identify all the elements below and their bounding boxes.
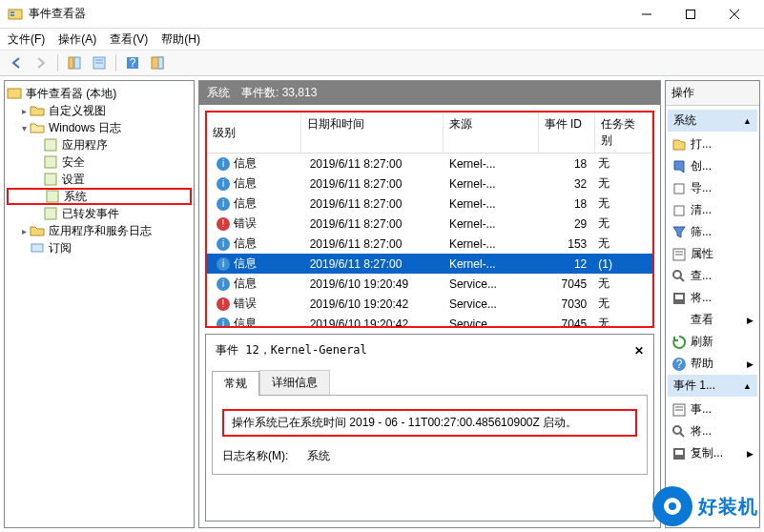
col-level[interactable]: 级别 [207,113,301,153]
tree-custom-views[interactable]: 自定义视图 [49,103,106,119]
cell-level: 信息 [234,256,257,272]
show-tree-button[interactable] [64,52,85,73]
cell-eventid: 7045 [537,277,593,291]
action-item[interactable]: 将... [668,420,757,442]
action-item[interactable]: 事... [668,399,757,420]
folder-icon [30,223,45,238]
table-row[interactable]: !错误2019/6/11 8:27:00Kernel-...29无 [207,214,652,234]
action-group-label: 事件 1... [673,378,715,394]
detail-message: 操作系统已在系统时间 ‎2019‎ - ‎06‎ - ‎11T00:27:00.… [222,409,637,437]
properties-button[interactable] [89,52,110,73]
menu-file[interactable]: 文件(F) [8,31,45,48]
tree-application[interactable]: 应用程序 [62,137,108,153]
tab-details[interactable]: 详细信息 [259,370,330,395]
cell-task: 无 [592,175,649,192]
forward-button[interactable] [31,52,52,73]
table-row[interactable]: i信息2019/6/11 8:27:00Kernel-...153无 [207,234,652,254]
action-icon: ? [671,357,687,372]
action-item[interactable]: 刷新 [668,331,757,353]
cell-eventid: 7045 [537,317,593,327]
svg-rect-22 [31,244,43,252]
action-item[interactable]: 属性 [668,243,757,265]
menu-action[interactable]: 操作(A) [58,31,96,48]
table-row[interactable]: i信息2019/6/11 8:27:00Kernel-...18无 [207,194,652,214]
action-item[interactable]: 复制...▶ [668,442,757,464]
cell-eventid: 12 [537,257,593,271]
menu-help[interactable]: 帮助(H) [161,31,200,48]
table-row[interactable]: i信息2019/6/11 8:27:00Kernel-...12(1) [207,254,652,274]
action-item[interactable]: 打... [668,133,757,155]
tree-app-service-logs[interactable]: 应用程序和服务日志 [49,223,152,239]
tab-general[interactable]: 常规 [212,371,259,396]
action-icon [671,269,687,284]
action-label: 创... [691,158,712,174]
log-icon [45,189,60,204]
table-row[interactable]: i信息2019/6/11 8:27:00Kernel-...32无 [207,174,652,194]
chevron-right-icon: ▶ [747,316,754,325]
tree-root[interactable]: 事件查看器 (本地) [26,86,116,102]
action-item[interactable]: 创... [668,155,757,177]
grid-body[interactable]: i信息2019/6/11 8:27:00Kernel-...18无i信息2019… [207,153,652,326]
col-task[interactable]: 任务类别 [595,113,652,153]
action-item[interactable]: 清... [668,199,757,221]
toolbar-separator [57,54,58,72]
table-row[interactable]: i信息2019/6/10 19:20:49Service...7045无 [207,274,652,294]
cell-level: 信息 [234,175,257,192]
col-eventid[interactable]: 事件 ID [539,113,596,153]
tree-setup[interactable]: 设置 [62,172,85,188]
navigation-tree[interactable]: 事件查看器 (本地) ▸ 自定义视图 ▾ Windows 日志 应用程序 安全 … [4,80,195,528]
app-icon [8,7,23,22]
detail-close-button[interactable]: ✕ [634,344,644,358]
svg-rect-23 [674,184,684,194]
tree-security[interactable]: 安全 [62,154,85,171]
tree-forwarded[interactable]: 已转发事件 [62,206,119,222]
action-group-header[interactable]: 系统▲ [668,110,757,132]
maximize-button[interactable] [669,0,712,29]
menu-view[interactable]: 查看(V) [110,31,148,48]
collapse-icon[interactable]: ▾ [18,123,30,133]
back-button[interactable] [6,52,27,73]
col-source[interactable]: 来源 [444,113,538,153]
watermark: 好装机 [652,486,758,526]
close-button[interactable] [712,0,756,29]
chevron-up-icon: ▲ [743,116,752,126]
action-item[interactable]: 查看▶ [668,309,757,331]
detail-tabs: 常规 详细信息 [212,370,648,396]
expand-icon[interactable]: ▸ [18,106,30,116]
grid-header[interactable]: 级别 日期和时间 来源 事件 ID 任务类别 [207,113,652,153]
cell-date: 2019/6/10 19:20:42 [304,297,444,311]
col-date[interactable]: 日期和时间 [301,113,444,153]
action-label: 查... [691,268,712,284]
panel-button[interactable] [147,52,168,73]
action-label: 清... [691,202,712,218]
action-icon [671,247,687,262]
cell-eventid: 32 [537,177,593,191]
error-icon: ! [217,217,230,231]
table-row[interactable]: i信息2019/6/10 19:20:42Service...7045无 [207,314,652,326]
action-icon [671,181,687,196]
info-icon: i [217,257,230,271]
action-item[interactable]: 将... [668,287,757,309]
action-item[interactable]: ?帮助▶ [668,353,757,375]
table-row[interactable]: i信息2019/6/11 8:27:00Kernel-...18无 [207,153,652,174]
tree-system[interactable]: 系统 [64,189,87,205]
info-icon: i [217,317,230,327]
help-button[interactable]: ? [122,52,143,73]
action-item[interactable]: 导... [668,177,757,199]
action-item[interactable]: 筛... [668,221,757,243]
log-icon [43,137,58,153]
action-group-header[interactable]: 事件 1...▲ [668,375,757,397]
action-label: 筛... [691,224,712,240]
tree-windows-logs[interactable]: Windows 日志 [49,120,121,136]
table-row[interactable]: !错误2019/6/10 19:20:42Service...7030无 [207,294,652,314]
action-item[interactable]: 查... [668,265,757,287]
minimize-button[interactable] [625,0,669,29]
log-icon [43,154,58,170]
svg-line-38 [680,433,684,437]
center-panel: 系统 事件数: 33,813 级别 日期和时间 来源 事件 ID 任务类别 i信… [198,80,661,528]
svg-rect-2 [10,14,14,16]
cell-date: 2019/6/11 8:27:00 [304,197,444,211]
tree-subscriptions[interactable]: 订阅 [49,240,72,256]
expand-icon[interactable]: ▸ [18,226,30,236]
svg-rect-40 [675,450,683,455]
